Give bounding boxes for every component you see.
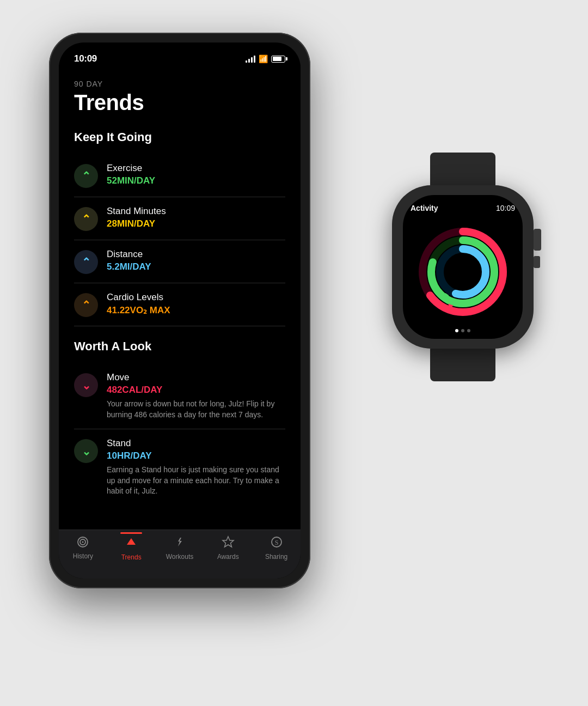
history-icon: [76, 535, 89, 550]
watch-side-button: [534, 256, 540, 268]
stand-label: Stand: [107, 438, 285, 449]
app-content: 90 DAY Trends Keep It Going ⌃ Exercise 5…: [59, 69, 301, 579]
watch-dot-3: [467, 329, 470, 332]
svg-text:S: S: [274, 539, 278, 546]
iphone-screen: 10:09 📶: [59, 42, 301, 579]
trend-distance: ⌃ Distance 5.2MI/DAY: [74, 240, 285, 283]
tab-history[interactable]: History: [59, 535, 107, 560]
status-time: 10:09: [74, 53, 97, 64]
watch-page-dots: [411, 329, 515, 332]
keep-it-going-title: Keep It Going: [74, 130, 285, 144]
scroll-content[interactable]: 90 DAY Trends Keep It Going ⌃ Exercise 5…: [59, 69, 301, 530]
page-title: Trends: [74, 90, 285, 115]
battery-icon: [271, 56, 285, 63]
tab-sharing-label: Sharing: [265, 553, 287, 561]
cardio-info: Cardio Levels 41.22VO₂ MAX: [107, 292, 285, 316]
trend-move: ⌃ Move 482CAL/DAY Your arrow is down but…: [74, 363, 285, 429]
iphone: 10:09 📶: [49, 33, 310, 588]
svg-point-2: [82, 541, 84, 543]
scene: 10:09 📶: [0, 0, 588, 706]
apple-watch: Activity 10:09: [370, 153, 555, 387]
watch-time: 10:09: [496, 204, 515, 212]
watch-status-bar: Activity 10:09: [411, 204, 515, 212]
page-label: 90 DAY: [74, 80, 285, 88]
svg-marker-3: [223, 537, 234, 547]
stand-minutes-info: Stand Minutes 28MIN/DAY: [107, 206, 285, 229]
watch-rings: [411, 218, 515, 326]
exercise-info: Exercise 52MIN/DAY: [107, 163, 285, 186]
watch-app-title: Activity: [411, 204, 438, 212]
move-value: 482CAL/DAY: [107, 385, 285, 395]
watch-band-bottom: [430, 349, 495, 381]
awards-icon: [222, 535, 235, 551]
move-info: Move 482CAL/DAY Your arrow is down but n…: [107, 372, 285, 420]
distance-arrow-icon: ⌃: [74, 250, 98, 274]
page-header: 90 DAY Trends: [74, 80, 285, 115]
exercise-arrow-icon: ⌃: [74, 164, 98, 188]
move-label: Move: [107, 372, 285, 383]
stand-minutes-label: Stand Minutes: [107, 206, 285, 217]
cardio-arrow-icon: ⌃: [74, 293, 98, 317]
distance-value: 5.2MI/DAY: [107, 261, 285, 272]
iphone-notch: [136, 42, 223, 60]
worth-a-look-title: Worth A Look: [74, 339, 285, 354]
cardio-label: Cardio Levels: [107, 292, 285, 303]
trends-icon: [125, 536, 138, 551]
stand-description: Earning a Stand hour is just making sure…: [107, 465, 285, 497]
exercise-value: 52MIN/DAY: [107, 175, 285, 186]
watch-band-top: [430, 153, 495, 185]
tab-workouts-label: Workouts: [166, 553, 193, 561]
trend-cardio: ⌃ Cardio Levels 41.22VO₂ MAX: [74, 283, 285, 326]
cardio-value: 41.22VO₂ MAX: [107, 305, 285, 316]
exercise-label: Exercise: [107, 163, 285, 174]
stand-value: 10HR/DAY: [107, 451, 285, 461]
workouts-icon: [173, 535, 186, 551]
tab-trends[interactable]: Trends: [107, 535, 156, 561]
trend-exercise: ⌃ Exercise 52MIN/DAY: [74, 154, 285, 197]
watch-body: Activity 10:09: [392, 185, 534, 349]
stand-info: Stand 10HR/DAY Earning a Stand hour is j…: [107, 438, 285, 497]
signal-icon: [246, 56, 255, 63]
watch-screen: Activity 10:09: [403, 195, 523, 339]
tab-trends-active-indicator: [120, 532, 142, 534]
tab-trends-label: Trends: [121, 553, 142, 561]
tab-awards-label: Awards: [217, 553, 239, 561]
watch-dot-1: [455, 329, 458, 332]
tab-workouts[interactable]: Workouts: [156, 535, 204, 561]
status-icons: 📶: [246, 54, 285, 63]
trend-stand-minutes: ⌃ Stand Minutes 28MIN/DAY: [74, 197, 285, 240]
move-arrow-icon: ⌃: [74, 373, 98, 397]
wifi-icon: 📶: [259, 54, 268, 63]
sharing-icon: S: [270, 535, 283, 551]
watch-dot-2: [461, 329, 464, 332]
stand-minutes-arrow-icon: ⌃: [74, 207, 98, 231]
tab-awards[interactable]: Awards: [204, 535, 252, 561]
trend-stand: ⌃ Stand 10HR/DAY Earning a Stand hour is…: [74, 429, 285, 506]
stand-arrow-icon: ⌃: [74, 439, 98, 463]
tab-bar: History Trends: [59, 530, 301, 579]
watch-crown: [534, 229, 541, 251]
activity-rings-svg: [416, 226, 509, 318]
move-description: Your arrow is down but not for long, Jul…: [107, 399, 285, 420]
distance-info: Distance 5.2MI/DAY: [107, 249, 285, 272]
distance-label: Distance: [107, 249, 285, 260]
worth-a-look-section: Worth A Look ⌃ Move 482CAL/DAY Your arro…: [74, 339, 285, 506]
tab-history-label: History: [73, 552, 93, 560]
tab-sharing[interactable]: S Sharing: [252, 535, 301, 561]
stand-minutes-value: 28MIN/DAY: [107, 218, 285, 229]
